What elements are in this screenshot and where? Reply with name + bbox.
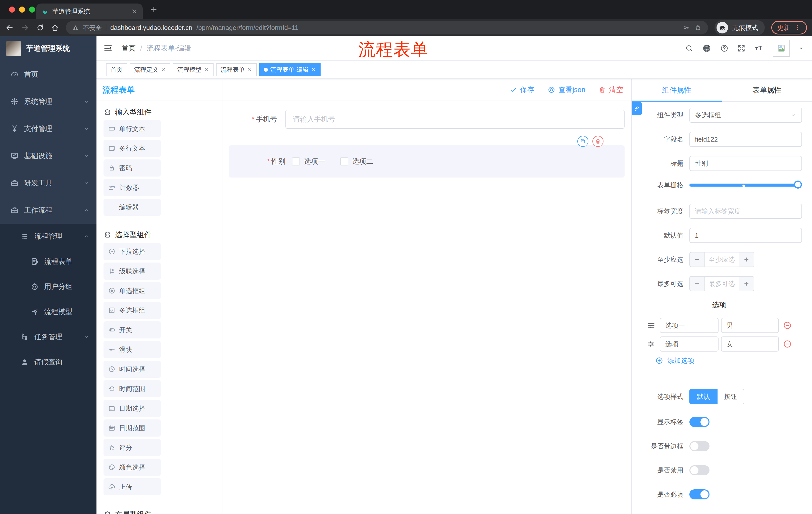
field-name-input[interactable]: field122	[689, 132, 802, 147]
required-toggle[interactable]	[689, 489, 709, 499]
drag-handle-icon[interactable]	[647, 340, 656, 349]
form-grid-slider[interactable]	[689, 180, 802, 190]
widget-delete-button[interactable]	[592, 136, 604, 147]
show-label-toggle[interactable]	[689, 417, 709, 427]
palette-item-switch[interactable]: 开关	[104, 321, 161, 339]
search-icon[interactable]	[685, 44, 693, 53]
palette-item-date-range[interactable]: 日期范围	[104, 420, 161, 437]
label-width-input[interactable]: 请输入标签宽度	[689, 204, 802, 219]
tag-close-icon[interactable]	[204, 67, 209, 72]
stepper-placeholder[interactable]: 至少应选	[705, 252, 738, 267]
new-tab-button[interactable]	[150, 5, 158, 13]
home-icon[interactable]	[51, 23, 59, 32]
palette-item-counter[interactable]: 计数器	[104, 179, 161, 196]
phone-field-input[interactable]: 请输入手机号	[285, 110, 625, 129]
gender-option-1[interactable]: 选项一	[292, 157, 325, 166]
zoom-window-button[interactable]	[29, 6, 35, 12]
stepper-placeholder[interactable]: 最多可选	[705, 277, 738, 291]
tag-close-icon[interactable]	[311, 67, 316, 72]
palette-item-slider[interactable]: 滑块	[104, 341, 161, 358]
title-input[interactable]: 性别	[689, 156, 802, 171]
sidebar-item-user-group[interactable]: 用户分组	[0, 274, 96, 299]
stepper-decrease-button[interactable]	[690, 277, 705, 291]
sidebar-item-home[interactable]: 首页	[0, 61, 96, 88]
tag-process-definition[interactable]: 流程定义	[129, 63, 170, 76]
canvas-drop-area[interactable]: *手机号 请输入手机号 *性别 选项一 选项二	[223, 101, 631, 514]
tag-close-icon[interactable]	[161, 67, 166, 72]
breadcrumb-home[interactable]: 首页	[122, 44, 136, 53]
stepper-decrease-button[interactable]	[690, 252, 705, 267]
sidebar-item-process-form[interactable]: 流程表单	[0, 249, 96, 274]
default-value-input[interactable]: 1	[689, 228, 802, 243]
tag-process-form[interactable]: 流程表单	[216, 63, 257, 76]
tag-process-form-edit[interactable]: 流程表单-编辑	[259, 63, 321, 76]
update-label[interactable]: 更新	[777, 23, 790, 32]
sidebar-item-workflow[interactable]: 工作流程	[0, 197, 96, 224]
add-option-button[interactable]: 添加选项	[655, 356, 812, 365]
selected-widget-gender[interactable]: *性别 选项一 选项二	[229, 145, 625, 178]
font-size-icon[interactable]	[754, 43, 764, 53]
style-default-button[interactable]: 默认	[689, 389, 718, 404]
palette-item-password[interactable]: 密码	[104, 159, 161, 177]
palette-item-multi-text[interactable]: 多行文本	[104, 140, 161, 157]
palette-item-select[interactable]: 下拉选择	[104, 243, 161, 260]
option-value-input[interactable]: 男	[721, 318, 779, 333]
disabled-toggle[interactable]	[689, 465, 709, 475]
close-window-button[interactable]	[9, 6, 15, 12]
sidebar-item-process-model[interactable]: 流程模型	[0, 299, 96, 324]
tag-close-icon[interactable]	[247, 67, 252, 72]
checkbox-icon[interactable]	[292, 157, 300, 165]
security-label[interactable]: 不安全	[83, 24, 102, 32]
option-label-input[interactable]: 选项一	[660, 318, 719, 333]
palette-item-time-range[interactable]: 时间范围	[104, 380, 161, 397]
palette-item-time-picker[interactable]: 时间选择	[104, 360, 161, 378]
palette-item-checkbox-group[interactable]: 多选框组	[104, 302, 161, 319]
stepper-increase-button[interactable]	[738, 252, 754, 267]
palette-item-date-picker[interactable]: 日期选择	[104, 400, 161, 417]
sidebar-item-task-mgmt[interactable]: 任务管理	[0, 324, 96, 350]
style-button-button[interactable]: 按钮	[718, 389, 744, 404]
panel-link-handle[interactable]	[632, 102, 642, 115]
palette-item-editor[interactable]: 编辑器	[104, 199, 161, 216]
tab-component-props[interactable]: 组件属性	[632, 79, 722, 101]
component-type-select[interactable]: 多选框组	[689, 108, 802, 123]
sidebar-item-leave-query[interactable]: 请假查询	[0, 350, 96, 375]
bookmark-star-icon[interactable]	[694, 24, 702, 32]
remove-option-icon[interactable]	[783, 321, 792, 330]
sidebar-item-system[interactable]: 系统管理	[0, 88, 96, 115]
slider-handle[interactable]	[794, 181, 802, 189]
border-toggle[interactable]	[689, 441, 709, 451]
tab-close-icon[interactable]	[131, 8, 138, 15]
palette-item-cascader[interactable]: 级联选择	[104, 263, 161, 280]
option-label-input[interactable]: 选项二	[660, 336, 719, 352]
palette-item-color-picker[interactable]: 颜色选择	[104, 459, 161, 476]
palette-item-single-text[interactable]: 单行文本	[104, 120, 161, 137]
browser-tab[interactable]: 芋道管理系统	[36, 3, 143, 19]
user-avatar[interactable]	[773, 40, 790, 57]
sidebar-item-devtools[interactable]: 研发工具	[0, 169, 96, 197]
tag-home[interactable]: 首页	[106, 63, 127, 76]
browser-menu-icon[interactable]	[794, 24, 801, 31]
palette-item-rate[interactable]: 评分	[104, 439, 161, 456]
chrome-update-button[interactable]: 更新	[771, 21, 807, 34]
save-button[interactable]: 保存	[510, 85, 534, 94]
back-icon[interactable]	[5, 23, 14, 32]
forward-icon[interactable]	[21, 23, 30, 32]
tag-process-model[interactable]: 流程模型	[173, 63, 213, 76]
sidebar-item-process-mgmt[interactable]: 流程管理	[0, 224, 96, 249]
sidebar-item-payment[interactable]: 支付管理	[0, 115, 96, 142]
collapse-sidebar-icon[interactable]	[103, 43, 113, 53]
address-bar[interactable]: 不安全 dashboard.yudao.iocoder.cn /bpm/mana…	[66, 21, 708, 34]
view-json-button[interactable]: 查看json	[547, 85, 585, 94]
stepper-increase-button[interactable]	[738, 277, 754, 291]
drag-handle-icon[interactable]	[647, 321, 656, 330]
avatar-caret-icon[interactable]	[799, 46, 804, 51]
fullscreen-icon[interactable]	[737, 44, 746, 53]
reload-icon[interactable]	[36, 24, 44, 32]
sidebar-logo[interactable]: 芋道管理系统	[0, 36, 96, 61]
palette-item-upload[interactable]: 上传	[104, 478, 161, 495]
palette-item-radio-group[interactable]: 单选框组	[104, 282, 161, 299]
checkbox-icon[interactable]	[340, 157, 348, 165]
gender-option-2[interactable]: 选项二	[340, 157, 373, 166]
remove-option-icon[interactable]	[783, 340, 792, 349]
